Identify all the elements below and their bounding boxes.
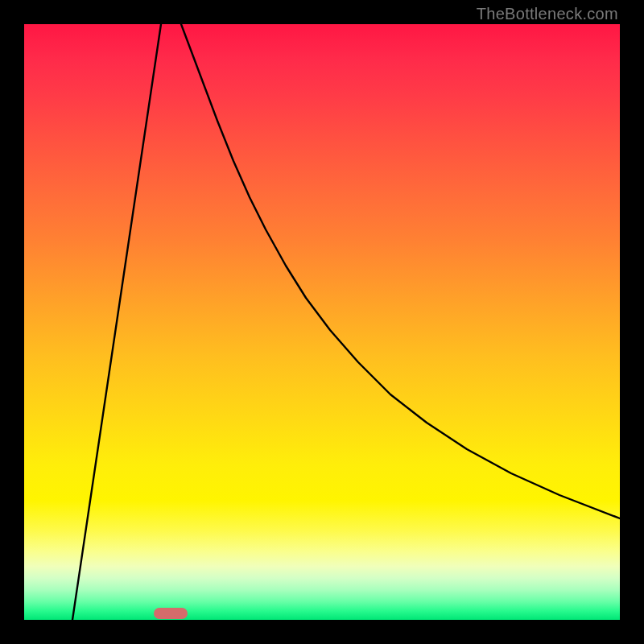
optimal-marker bbox=[154, 608, 188, 619]
bottleneck-curve bbox=[72, 24, 620, 620]
watermark-text: TheBottleneck.com bbox=[477, 5, 618, 23]
chart-container: TheBottleneck.com bbox=[0, 0, 644, 644]
curve-layer bbox=[24, 24, 620, 620]
plot-area bbox=[24, 24, 620, 620]
